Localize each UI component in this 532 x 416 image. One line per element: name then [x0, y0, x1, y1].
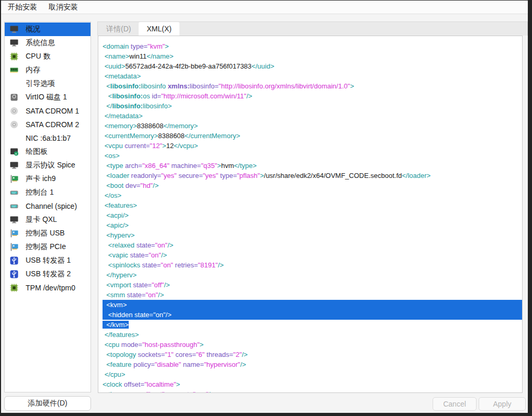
code-line[interactable]: <domain type="kvm">: [103, 41, 522, 51]
code-line[interactable]: </metadata>: [103, 111, 522, 121]
apply-button[interactable]: Apply: [479, 397, 526, 411]
sidebar-item-sata-cdrom-1[interactable]: SATA CDROM 1: [5, 104, 90, 118]
code-line[interactable]: </os>: [103, 190, 522, 200]
sidebar-item-tablet[interactable]: 绘图板: [5, 145, 90, 159]
code-line[interactable]: <cpu mode="host-passthrough">: [103, 340, 522, 350]
code-line[interactable]: <vapic state="on"/>: [103, 250, 522, 260]
sidebar-item-label: NIC :6a:b1:b7: [26, 134, 71, 142]
cpu-chip-icon: [9, 283, 19, 293]
tab-details[interactable]: 详情(D): [98, 22, 139, 36]
code-line[interactable]: <name>win11</name>: [103, 51, 522, 61]
serial-port-icon: [9, 201, 19, 211]
usb-icon: [9, 269, 19, 279]
cancel-button[interactable]: Cancel: [433, 397, 477, 411]
sidebar-item-label: CPU 数: [26, 52, 50, 61]
sidebar-item-controller-usb[interactable]: 控制器 USB: [5, 227, 90, 240]
code-line[interactable]: <uuid>56572ad4-242a-4f2b-bbe9-aa756f0173…: [103, 61, 522, 71]
sidebar-item-overview[interactable]: 概况: [5, 23, 90, 36]
sidebar-item-display-spice[interactable]: 显示协议 Spice: [5, 159, 90, 172]
code-line[interactable]: <features>: [103, 200, 522, 210]
code-line[interactable]: <libosinfo:libosinfo xmlns:libosinfo="ht…: [103, 81, 522, 91]
sidebar-item-label: TPM /dev/tpm0: [26, 284, 75, 292]
sidebar-item-sound-ich9[interactable]: 声卡 ich9: [5, 172, 90, 186]
sidebar-item-label: SATA CDROM 2: [26, 120, 79, 129]
code-line[interactable]: </kvm>: [103, 320, 522, 330]
tablet-icon: [9, 147, 19, 156]
sidebar-item-label: 控制器 PCIe: [26, 242, 66, 252]
code-line[interactable]: <spinlocks state="on" retries="8191"/>: [103, 260, 522, 270]
code-line[interactable]: <kvm>: [103, 300, 522, 310]
sidebar-item-channel-spice[interactable]: Channel (spice): [5, 199, 90, 213]
code-line[interactable]: <memory>8388608</memory>: [103, 121, 522, 131]
sidebar-item-usb-redirector-1[interactable]: USB 转发器 1: [5, 254, 90, 267]
code-line[interactable]: <clock offset="localtime">: [103, 379, 522, 389]
tab-xml[interactable]: XML(X): [139, 22, 179, 36]
sidebar-item-sata-cdrom-2[interactable]: SATA CDROM 2: [5, 118, 90, 131]
sidebar-item-video-qxl[interactable]: 显卡 QXL: [5, 213, 90, 227]
sidebar-item-label: 系统信息: [26, 38, 55, 48]
sidebar-item-nic[interactable]: NIC :6a:b1:b7: [5, 131, 90, 145]
vm-details-window: 开始安装取消安装 概况系统信息CPU 数内存引导选项VirtIO 磁盘 1SAT…: [1, 1, 528, 413]
code-line[interactable]: <smm state="on"/>: [103, 290, 522, 300]
sidebar-item-label: SATA CDROM 1: [26, 107, 79, 115]
sidebar-item-label: 内存: [26, 65, 40, 75]
tab-bar: 详情(D)XML(X): [97, 21, 528, 36]
code-line[interactable]: <currentMemory>8388608</currentMemory>: [103, 131, 522, 141]
no-icon: [9, 133, 19, 143]
hardware-sidebar[interactable]: 概况系统信息CPU 数内存引导选项VirtIO 磁盘 1SATA CDROM 1…: [4, 21, 91, 392]
xml-editor[interactable]: <domain type="kvm"> <name>win11</name> <…: [98, 36, 523, 393]
add-hardware-button[interactable]: 添加硬件(D): [4, 396, 91, 411]
code-line[interactable]: </features>: [103, 330, 522, 340]
code-line[interactable]: <metadata>: [103, 71, 522, 81]
sidebar-item-label: 声卡 ich9: [26, 174, 56, 184]
code-line[interactable]: <hidden state="on"/>: [103, 310, 522, 320]
sidebar-item-label: 概况: [26, 25, 40, 34]
sidebar-item-usb-redirector-2[interactable]: USB 转发器 2: [5, 267, 90, 281]
code-line[interactable]: <boot dev="hd"/>: [103, 181, 522, 190]
monitor-icon: [9, 25, 19, 34]
cdrom-icon: [9, 106, 19, 116]
no-icon: [9, 79, 19, 88]
code-line[interactable]: <os>: [103, 151, 522, 161]
code-line[interactable]: <relaxed state="on"/>: [103, 240, 522, 250]
memory-icon: [9, 65, 19, 75]
code-line[interactable]: <feature policy="disable" name="hypervis…: [103, 359, 522, 369]
code-line[interactable]: <timer name="hpet" present="yes"/>: [103, 389, 522, 393]
sidebar-item-label: 显卡 QXL: [26, 215, 57, 224]
sidebar-item-label: USB 转发器 2: [26, 269, 71, 279]
code-line[interactable]: <loader readonly="yes" secure="yes" type…: [103, 171, 522, 181]
sidebar-item-virtio-disk-1[interactable]: VirtIO 磁盘 1: [5, 91, 90, 104]
sidebar-item-label: 显示协议 Spice: [26, 161, 75, 170]
code-line[interactable]: <vmport state="off"/>: [103, 280, 522, 290]
code-line[interactable]: <acpi/>: [103, 210, 522, 220]
pci-card-blue-icon: [9, 242, 19, 252]
sidebar-item-cpus[interactable]: CPU 数: [5, 50, 90, 63]
pci-card-blue-icon: [9, 229, 19, 238]
sidebar-item-label: Channel (spice): [26, 202, 77, 210]
sidebar-item-label: 控制台 1: [26, 188, 54, 197]
sidebar-item-controller-pcie[interactable]: 控制器 PCIe: [5, 240, 90, 254]
sidebar-item-label: 绘图板: [26, 147, 48, 156]
code-line[interactable]: </libosinfo:libosinfo>: [103, 101, 522, 111]
code-line[interactable]: <vcpu current="12">12</vcpu>: [103, 141, 522, 151]
sidebar-item-memory[interactable]: 内存: [5, 63, 90, 77]
sidebar-item-os-information[interactable]: 系统信息: [5, 36, 90, 50]
code-line[interactable]: <apic/>: [103, 220, 522, 230]
sidebar-item-boot-options[interactable]: 引导选项: [5, 77, 90, 91]
code-line[interactable]: <hyperv>: [103, 230, 522, 240]
code-line[interactable]: <type arch="x86_64" machine="q35">hvm</t…: [103, 161, 522, 171]
sidebar-item-label: 控制器 USB: [26, 229, 65, 238]
sidebar-item-label: 引导选项: [26, 79, 55, 88]
cpu-chip-icon: [9, 52, 19, 61]
code-line[interactable]: </cpu>: [103, 369, 522, 379]
sidebar-item-label: VirtIO 磁盘 1: [26, 93, 67, 102]
sidebar-item-console-1[interactable]: 控制台 1: [5, 186, 90, 199]
code-line[interactable]: </hyperv>: [103, 270, 522, 280]
sidebar-item-tpm[interactable]: TPM /dev/tpm0: [5, 281, 90, 295]
menu-item-begin-installation[interactable]: 开始安装: [2, 1, 43, 14]
cdrom-icon: [9, 120, 19, 129]
code-line[interactable]: <topology sockets="1" cores="6" threads=…: [103, 350, 522, 359]
menu-item-cancel-installation[interactable]: 取消安装: [43, 1, 84, 14]
code-line[interactable]: <libosinfo:os id="http://microsoft.com/w…: [103, 91, 522, 101]
monitor-icon: [9, 38, 19, 48]
